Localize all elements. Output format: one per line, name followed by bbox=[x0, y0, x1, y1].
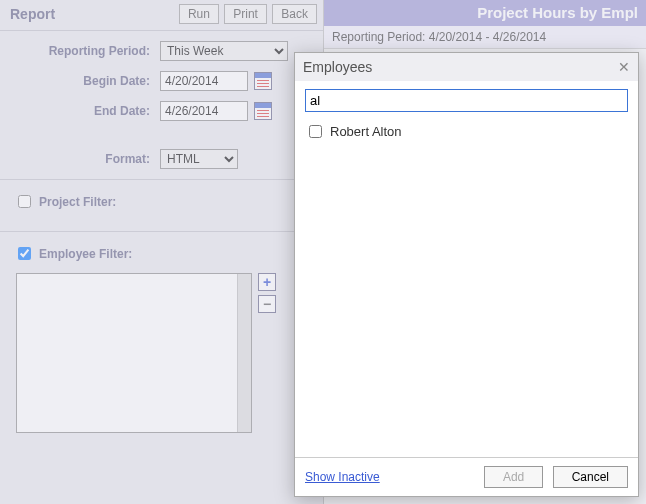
dialog-title: Employees bbox=[303, 59, 372, 75]
close-icon[interactable]: ✕ bbox=[618, 59, 630, 75]
employee-results: Robert Alton bbox=[305, 120, 628, 143]
employee-search-input[interactable] bbox=[305, 89, 628, 112]
employee-name: Robert Alton bbox=[330, 124, 402, 139]
employees-dialog: Employees ✕ Robert Alton Show Inactive A… bbox=[294, 52, 639, 497]
cancel-button[interactable]: Cancel bbox=[553, 466, 628, 488]
employee-checkbox[interactable] bbox=[309, 125, 322, 138]
dialog-titlebar: Employees ✕ bbox=[295, 53, 638, 81]
show-inactive-link[interactable]: Show Inactive bbox=[305, 470, 380, 484]
add-button[interactable]: Add bbox=[484, 466, 543, 488]
list-item[interactable]: Robert Alton bbox=[305, 120, 628, 143]
